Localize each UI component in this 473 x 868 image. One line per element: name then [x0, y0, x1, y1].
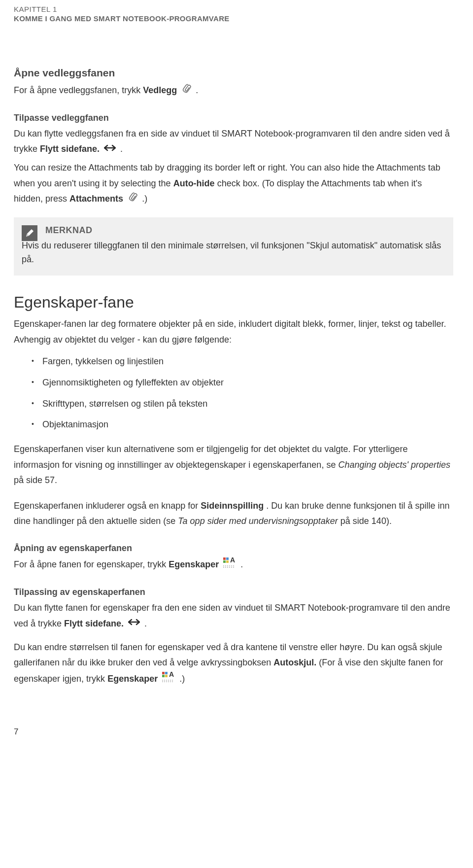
- heading-open-attachments: Åpne vedleggsfanen: [14, 67, 453, 79]
- list-item: Objektanimasjon: [32, 417, 453, 432]
- move-tab-icon: [104, 142, 116, 158]
- svg-rect-9: [162, 675, 165, 677]
- chapter-subtitle: KOMME I GANG MED SMART NOTEBOOK-PROGRAMV…: [14, 14, 453, 23]
- heading-adjust-properties: Tilpassing av egenskaperfanen: [14, 587, 453, 597]
- bold-label-auto-hide: Auto-hide: [173, 178, 215, 188]
- bullet-list: Fargen, tykkelsen og linjestilen Gjennom…: [32, 354, 453, 432]
- text: på side 57.: [14, 475, 57, 485]
- paragraph: Du kan endre størrelsen til fanen for eg…: [14, 640, 453, 688]
- paragraph: Du kan flytte vedleggsfanen fra en side …: [14, 126, 453, 158]
- note-text: Hvis du reduserer tilleggfanen til den m…: [22, 239, 444, 267]
- svg-rect-7: [162, 672, 165, 674]
- note-box: MERKNAD Hvis du reduserer tilleggfanen t…: [14, 217, 453, 276]
- text: .): [179, 674, 185, 684]
- paragraph: Egenskaperfanen viser kun alternativene …: [14, 442, 453, 488]
- italic-reference: Changing objects' properties: [338, 460, 450, 470]
- italic-reference: Ta opp sider med undervisningsopptaker: [178, 516, 338, 526]
- paragraph: For å åpne vedleggsfanen, trykk Vedlegg …: [14, 83, 453, 99]
- paragraph: You can resize the Attachments tab by dr…: [14, 160, 453, 208]
- note-title: MERKNAD: [45, 225, 444, 236]
- paperclip-icon: [178, 81, 195, 100]
- paperclip-icon: [124, 190, 141, 208]
- svg-rect-8: [165, 672, 168, 674]
- page-number: 7: [14, 727, 453, 737]
- bold-label-egenskaper: Egenskaper: [107, 674, 158, 684]
- bold-label-egenskaper: Egenskaper: [169, 559, 219, 569]
- svg-text:A: A: [169, 671, 174, 678]
- paragraph: For å åpne fanen for egenskaper, trykk E…: [14, 556, 453, 574]
- svg-rect-2: [223, 560, 226, 563]
- paragraph: Du kan flytte fanen for egenskaper fra d…: [14, 600, 453, 632]
- document-page: KAPITTEL 1 KOMME I GANG MED SMART NOTEBO…: [0, 0, 473, 757]
- text: .: [240, 559, 243, 569]
- move-tab-icon: [128, 616, 140, 632]
- list-item: Gjennomsiktigheten og fylleffekten av ob…: [32, 376, 453, 390]
- text: på side 140).: [340, 516, 392, 526]
- heading-properties-tab: Egenskaper-fane: [14, 293, 453, 312]
- bold-label-sideinnspilling: Sideinnspilling: [201, 501, 264, 511]
- chapter-label: KAPITTEL 1: [14, 5, 453, 13]
- bold-label-vedlegg: Vedlegg: [143, 85, 177, 95]
- list-item: Skrifttypen, størrelsen og stilen på tek…: [32, 397, 453, 411]
- heading-open-properties: Åpning av egenskaperfanen: [14, 543, 453, 554]
- properties-icon: A: [162, 671, 175, 688]
- text: .: [144, 619, 147, 628]
- list-item: Fargen, tykkelsen og linjestilen: [32, 354, 453, 369]
- text: Egenskaperfanen inkluderer også en knapp…: [14, 501, 201, 511]
- bold-label-flytt-sidefane: Flytt sidefane.: [64, 619, 124, 628]
- svg-rect-1: [226, 557, 229, 560]
- bold-label-attachments: Attachments: [69, 194, 123, 204]
- text: For å åpne vedleggsfanen, trykk: [14, 85, 143, 95]
- paragraph: Egenskaper-fanen lar deg formatere objek…: [14, 316, 453, 347]
- text: .: [120, 144, 123, 154]
- properties-icon: A: [223, 556, 236, 574]
- text: For å åpne fanen for egenskaper, trykk: [14, 559, 169, 569]
- text: .: [196, 85, 198, 95]
- pencil-icon: [22, 225, 37, 241]
- heading-adjust-attachments: Tilpasse vedleggfanen: [14, 113, 453, 123]
- svg-rect-3: [226, 560, 229, 563]
- svg-rect-10: [165, 675, 168, 677]
- bold-label-flytt-sidefane: Flytt sidefane.: [40, 144, 100, 154]
- bold-label-autoskjul: Autoskjul.: [273, 658, 316, 667]
- paragraph: Egenskaperfanen inkluderer også en knapp…: [14, 498, 453, 529]
- text: .): [142, 194, 147, 204]
- svg-text:A: A: [230, 556, 235, 564]
- svg-rect-0: [223, 557, 226, 560]
